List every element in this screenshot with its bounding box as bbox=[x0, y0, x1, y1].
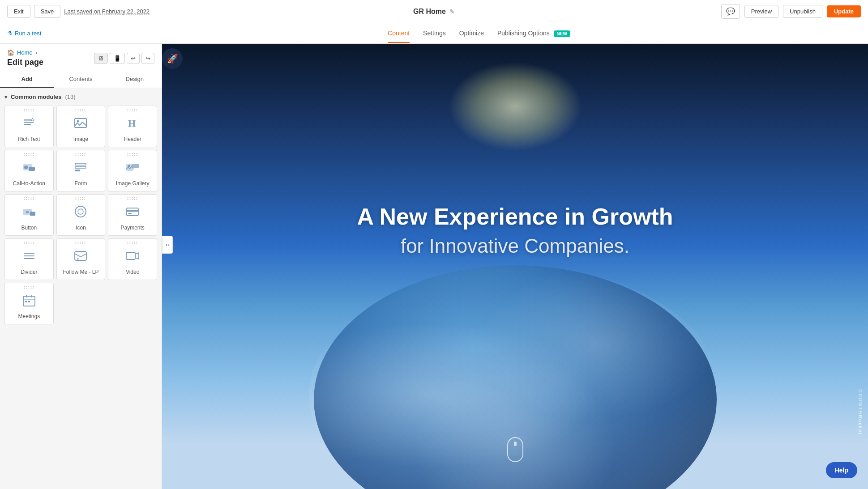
run-test-link[interactable]: ⚗ Run a test bbox=[7, 30, 41, 37]
scroll-dot bbox=[514, 442, 517, 446]
undo-button[interactable]: ↩ bbox=[127, 53, 140, 64]
scroll-indicator bbox=[507, 437, 523, 462]
drag-handle bbox=[76, 197, 86, 200]
drag-handle bbox=[24, 242, 34, 244]
panel-tab-contents[interactable]: Contents bbox=[54, 71, 107, 88]
edit-page-heading: Edit page bbox=[7, 58, 43, 67]
module-label-payments: Payments bbox=[120, 225, 144, 231]
svg-point-15 bbox=[128, 165, 130, 167]
collapse-panel-button[interactable]: ‹‹ bbox=[162, 236, 173, 254]
drag-handle bbox=[76, 242, 86, 244]
module-rich-text[interactable]: A Rich Text bbox=[4, 106, 54, 147]
module-image-gallery[interactable]: Image Gallery bbox=[108, 150, 157, 191]
sub-nav-left: ⚗ Run a test bbox=[7, 30, 97, 37]
desktop-view-button[interactable]: 🖥 bbox=[94, 53, 108, 64]
top-bar-center: GR Home ✎ bbox=[413, 8, 455, 16]
module-label-rich-text: Rich Text bbox=[18, 136, 40, 142]
edit-title-icon[interactable]: ✎ bbox=[449, 8, 455, 15]
redo-button[interactable]: ↪ bbox=[141, 53, 154, 64]
module-label-image: Image bbox=[73, 136, 88, 142]
svg-rect-8 bbox=[29, 167, 35, 171]
svg-rect-12 bbox=[75, 170, 80, 171]
button-icon bbox=[22, 204, 36, 222]
drag-handle bbox=[128, 242, 138, 244]
svg-rect-24 bbox=[24, 255, 34, 256]
save-button[interactable]: Save bbox=[34, 5, 61, 18]
collapse-arrow-icon: ▾ bbox=[4, 94, 7, 100]
drag-handle bbox=[128, 153, 138, 156]
tab-content[interactable]: Content bbox=[388, 24, 410, 43]
module-cta[interactable]: Call-to-Action bbox=[4, 150, 54, 191]
preview-button[interactable]: Preview bbox=[744, 5, 778, 18]
run-test-label: Run a test bbox=[15, 30, 41, 37]
mobile-view-button[interactable]: 📱 bbox=[110, 53, 125, 64]
sub-nav-tabs: Content Settings Optimize Publishing Opt… bbox=[97, 24, 861, 43]
svg-text:#: # bbox=[77, 257, 79, 261]
hero-text: A New Experience in Growth for Innovativ… bbox=[336, 204, 694, 257]
gallery-icon bbox=[125, 160, 140, 178]
header-icon: H bbox=[125, 116, 140, 133]
module-follow-me[interactable]: # Follow Me - LP bbox=[56, 238, 106, 280]
svg-rect-4 bbox=[75, 119, 86, 128]
drag-handle bbox=[24, 153, 34, 156]
comment-button[interactable]: 💬 bbox=[721, 4, 740, 19]
panel-header: 🏠 Home › Edit page 🖥 📱 ↩ ↪ bbox=[0, 44, 162, 71]
drag-handle bbox=[128, 109, 138, 111]
svg-rect-25 bbox=[24, 258, 34, 259]
module-image[interactable]: Image bbox=[56, 106, 106, 147]
svg-rect-10 bbox=[75, 163, 86, 165]
video-icon bbox=[125, 249, 140, 266]
tab-settings[interactable]: Settings bbox=[423, 24, 446, 43]
hero-headline: A New Experience in Growth bbox=[336, 204, 694, 230]
module-video[interactable]: Video bbox=[108, 238, 157, 280]
module-meetings[interactable]: Meetings bbox=[4, 283, 54, 324]
page-title: GR Home bbox=[413, 8, 446, 16]
last-saved-text: Last saved on February 22, 2022 bbox=[64, 8, 150, 15]
icon-module-icon bbox=[73, 204, 88, 222]
modules-grid: A Rich Text Image bbox=[4, 106, 157, 324]
module-form[interactable]: Form bbox=[56, 150, 106, 191]
module-button[interactable]: Button bbox=[4, 194, 54, 236]
update-button[interactable]: Update bbox=[827, 5, 861, 17]
rich-text-icon: A bbox=[22, 116, 36, 133]
svg-point-5 bbox=[77, 120, 79, 123]
svg-rect-31 bbox=[26, 295, 27, 298]
form-icon bbox=[73, 160, 88, 178]
module-payments[interactable]: Payments bbox=[108, 194, 157, 236]
rocket-button[interactable]: 🚀 bbox=[162, 48, 183, 69]
module-label-icon: Icon bbox=[76, 225, 86, 231]
module-label-video: Video bbox=[126, 269, 139, 275]
svg-rect-30 bbox=[23, 299, 35, 300]
tab-optimize[interactable]: Optimize bbox=[459, 24, 484, 43]
svg-rect-33 bbox=[25, 301, 27, 302]
svg-rect-22 bbox=[128, 213, 132, 214]
hero-section: A New Experience in Growth for Innovativ… bbox=[162, 44, 868, 489]
breadcrumb-home[interactable]: Home bbox=[17, 49, 33, 56]
module-label-header: Header bbox=[124, 136, 141, 142]
modules-section: ▾ Common modules (13) A bbox=[0, 88, 162, 330]
panel-tab-add[interactable]: Add bbox=[0, 71, 54, 88]
module-header[interactable]: H Header bbox=[108, 106, 157, 147]
svg-text:A: A bbox=[31, 117, 34, 122]
common-modules-header[interactable]: ▾ Common modules (13) bbox=[4, 94, 157, 100]
module-label-divider: Divider bbox=[21, 269, 37, 275]
module-icon[interactable]: Icon bbox=[56, 194, 106, 236]
svg-rect-23 bbox=[24, 253, 34, 254]
follow-me-icon: # bbox=[73, 249, 88, 266]
help-button[interactable]: Help bbox=[826, 462, 857, 478]
svg-point-18 bbox=[75, 206, 86, 217]
module-label-button: Button bbox=[21, 225, 37, 231]
panel-tab-design[interactable]: Design bbox=[108, 71, 162, 88]
drag-handle bbox=[24, 286, 34, 289]
svg-rect-2 bbox=[24, 124, 31, 125]
exit-button[interactable]: Exit bbox=[7, 5, 30, 18]
tab-publishing-options[interactable]: Publishing Options NEW bbox=[497, 24, 570, 43]
common-modules-count: (13) bbox=[65, 94, 75, 100]
svg-point-19 bbox=[78, 209, 83, 214]
brand-text: GROWTH bbox=[858, 389, 863, 415]
meetings-icon bbox=[22, 293, 36, 310]
breadcrumb-separator: › bbox=[35, 49, 37, 56]
drag-handle bbox=[128, 197, 138, 200]
module-divider[interactable]: Divider bbox=[4, 238, 54, 280]
unpublish-button[interactable]: Unpublish bbox=[783, 5, 822, 18]
